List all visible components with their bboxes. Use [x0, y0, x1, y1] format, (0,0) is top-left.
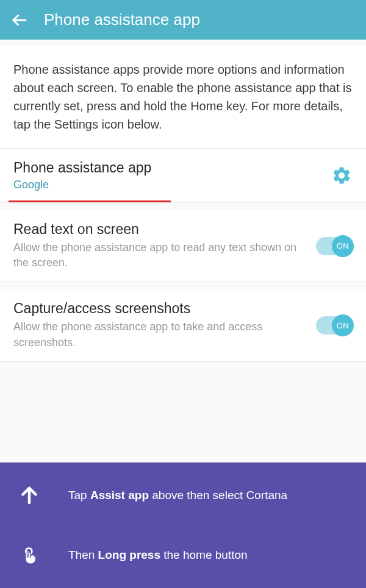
page-title: Phone assistance app: [44, 10, 200, 29]
back-icon[interactable]: [10, 10, 29, 30]
capture-desc: Allow the phone assistance app to take a…: [13, 319, 306, 350]
assistance-app-value: Google: [13, 179, 321, 191]
footer-step-1-text: Tap Assist app above then select Cortana: [68, 489, 287, 502]
assistance-app-title: Phone assistance app: [13, 160, 321, 176]
app-header: Phone assistance app: [0, 0, 366, 40]
gear-icon[interactable]: [331, 165, 353, 186]
capture-toggle[interactable]: ON: [316, 316, 353, 335]
capture-text: Capture/access screenshots Allow the pho…: [13, 300, 316, 350]
feature-description: Phone assistance apps provide more optio…: [0, 46, 366, 149]
capture-row[interactable]: Capture/access screenshots Allow the pho…: [0, 289, 366, 361]
footer-step-2-post: the home button: [160, 548, 248, 561]
read-text-text: Read text on screen Allow the phone assi…: [13, 221, 316, 271]
highlight-underline: [9, 200, 171, 202]
read-text-toggle[interactable]: ON: [316, 237, 353, 255]
footer-step-1-bold: Assist app: [90, 489, 149, 501]
footer-step-2-pre: Then: [68, 548, 98, 561]
footer-step-2-bold: Long press: [98, 548, 160, 561]
assistance-app-text: Phone assistance app Google: [13, 160, 331, 191]
description-text: Phone assistance apps provide more optio…: [13, 60, 353, 133]
toggle-knob: ON: [332, 314, 354, 336]
spacer: [0, 282, 366, 289]
spacer: [0, 203, 366, 210]
footer-step-2-text: Then Long press the home button: [68, 548, 248, 562]
arrow-up-icon: [15, 481, 44, 510]
read-text-row[interactable]: Read text on screen Allow the phone assi…: [0, 210, 366, 282]
read-text-desc: Allow the phone assistance app to read a…: [13, 240, 306, 271]
capture-title: Capture/access screenshots: [13, 300, 306, 317]
footer-step-1-post: above then select Cortana: [149, 489, 287, 501]
toggle-knob: ON: [332, 235, 354, 257]
footer-step-2: Then Long press the home button: [15, 540, 351, 570]
read-text-title: Read text on screen: [13, 221, 306, 238]
settings-content: Phone assistance apps provide more optio…: [0, 46, 366, 362]
footer-step-1: Tap Assist app above then select Cortana: [15, 481, 351, 510]
cortana-hint-footer: Tap Assist app above then select Cortana…: [0, 462, 366, 588]
footer-step-1-pre: Tap: [68, 489, 90, 501]
assistance-app-row[interactable]: Phone assistance app Google: [0, 149, 366, 203]
tap-hand-icon: [15, 540, 44, 570]
